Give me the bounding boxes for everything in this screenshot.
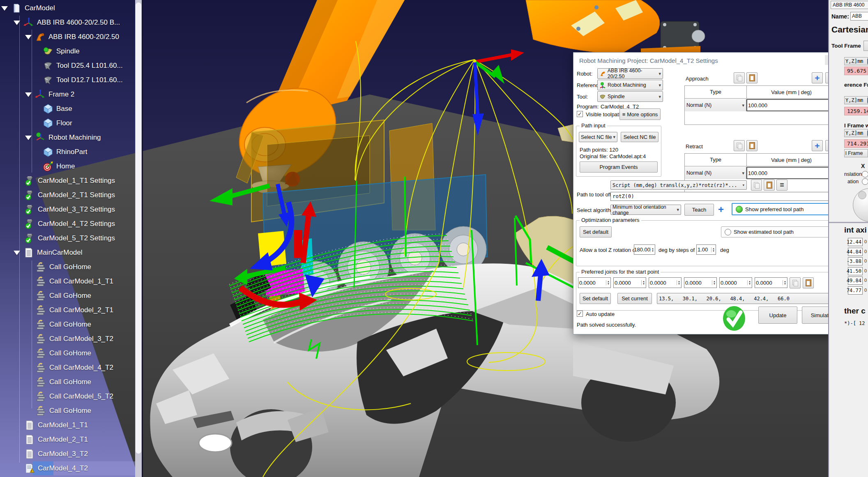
- tree-item[interactable]: Call CarModel_3_T2: [36, 332, 113, 346]
- tree-item[interactable]: MainCarModel: [14, 246, 83, 260]
- tree-item[interactable]: Call GoHome: [36, 375, 91, 389]
- show-preferred-button[interactable]: Show preferred tool path: [732, 203, 836, 215]
- tree-item[interactable]: CarModel: [1, 1, 55, 15]
- expander-icon[interactable]: [1, 6, 8, 11]
- algorithm-combo[interactable]: Minimum tool orientation change▾: [610, 205, 681, 215]
- tool-frame-combo[interactable]: [863, 41, 868, 51]
- tree-item[interactable]: Call GoHome: [36, 260, 91, 274]
- tree-item[interactable]: RhinoPart: [43, 145, 87, 159]
- tree-item[interactable]: Call CarModel_5_T2: [36, 389, 113, 403]
- preferred-joint-spin[interactable]: 0.0000▲▼: [755, 277, 787, 288]
- robot-combo[interactable]: ABB IRB 4600-20/2.50▾: [597, 68, 663, 79]
- joints-set-default-button[interactable]: Set default: [580, 293, 611, 304]
- rotation-radio[interactable]: [862, 178, 868, 185]
- joint-value-box[interactable]: 12.44: [848, 238, 863, 246]
- tree-item[interactable]: Floor: [43, 116, 72, 130]
- tree-item[interactable]: ABB IRB 4600-20/2.50 B...: [14, 16, 120, 30]
- xyz-header-chip[interactable]: Y,Z]mm |: [844, 129, 868, 137]
- tree-item[interactable]: Robot Machining: [25, 131, 101, 145]
- more-options-button[interactable]: ≡More options: [619, 108, 661, 120]
- program-events-button[interactable]: Program Events: [580, 161, 658, 173]
- tree-item[interactable]: CarModel_3_T2 Settings: [24, 203, 115, 217]
- visible-toolpath-checkbox[interactable]: ✓: [577, 111, 583, 117]
- retract-copy-button[interactable]: [734, 140, 745, 151]
- offset-paste-button[interactable]: [764, 180, 775, 191]
- retract-type-combo[interactable]: Normal (N)▾: [685, 167, 746, 179]
- joint-slider[interactable]: 0 -: [864, 258, 868, 263]
- select-nc-file-button[interactable]: Select NC file: [621, 132, 658, 142]
- tool-frame-button[interactable]: l Frame: [844, 149, 868, 157]
- tree-scrollbar-thumb[interactable]: [136, 2, 141, 454]
- approach-value-spin[interactable]: 100.000▲▼: [746, 99, 836, 111]
- retract-value-spin[interactable]: 100.000▲▼: [746, 167, 836, 179]
- tree-item[interactable]: Call GoHome: [36, 318, 91, 332]
- tree-item[interactable]: Call CarModel_1_T1: [36, 274, 113, 288]
- tree-item[interactable]: Tool D25.4 L101.60...: [43, 59, 123, 73]
- auto-update-checkbox[interactable]: ✓: [577, 311, 583, 317]
- current-joints-combo[interactable]: 13.5, 30.1, 20.6, 48.4, 42.4, 66.0▾: [657, 293, 838, 304]
- tree-item[interactable]: CarModel_1_T1: [24, 418, 88, 432]
- tool-combo[interactable]: Spindle▾: [597, 91, 663, 102]
- joint-value-box[interactable]: 44.84: [848, 248, 863, 256]
- tree-item[interactable]: CarModel_3_T2: [24, 447, 88, 461]
- joint-slider[interactable]: 0 -: [864, 239, 868, 244]
- expander-icon[interactable]: [25, 136, 32, 140]
- update-button[interactable]: Update: [758, 306, 797, 324]
- joint-value-box[interactable]: 74.77: [848, 286, 863, 295]
- approach-copy-button[interactable]: [734, 72, 745, 83]
- offset-input[interactable]: rotZ(0): [610, 192, 836, 201]
- xyz-header-chip[interactable]: Y,Z]mm |: [844, 96, 868, 104]
- preferred-joint-spin[interactable]: 0.0000▲▼: [578, 277, 611, 288]
- expander-icon[interactable]: [14, 251, 20, 255]
- tree-item[interactable]: CarModel_2_T1 Settings: [24, 188, 115, 202]
- tree-item[interactable]: CarModel_4_T2 Settings: [24, 217, 115, 231]
- reference-combo[interactable]: Robot Machining▾: [597, 80, 663, 90]
- tree-item[interactable]: CarModel_5_T2 Settings: [24, 231, 115, 245]
- teach-button[interactable]: Teach: [684, 204, 714, 216]
- preferred-joint-spin[interactable]: 0.0000▲▼: [613, 277, 646, 288]
- show-estimated-button[interactable]: Show estimated tool path: [721, 226, 838, 237]
- tree-item[interactable]: Home: [43, 159, 75, 173]
- approach-type-combo[interactable]: Normal (N)▾: [685, 99, 746, 111]
- pose-value-2[interactable]: 1259.142: [844, 107, 868, 115]
- robot-panel-tab[interactable]: ABB IRB 4600: [831, 1, 868, 9]
- tree-item[interactable]: Call GoHome: [36, 404, 91, 418]
- expander-icon[interactable]: [25, 35, 32, 39]
- nc-file-combo[interactable]: Select NC file▾: [579, 132, 617, 142]
- joint-value-box[interactable]: 49.84: [848, 277, 863, 285]
- preferred-joint-spin[interactable]: 0.0000▲▼: [719, 277, 752, 288]
- tree-item[interactable]: Spindle: [43, 44, 80, 58]
- approach-add-button[interactable]: +: [812, 72, 823, 83]
- joint-slider[interactable]: 0 -: [864, 278, 868, 283]
- tree-item[interactable]: Base: [43, 102, 72, 116]
- joint-slider[interactable]: 0 -: [864, 249, 868, 254]
- joint-value-box[interactable]: 41.50: [848, 267, 863, 275]
- tree-item[interactable]: CarModel_2_T1: [24, 433, 88, 447]
- joint-slider[interactable]: 0 -: [864, 268, 868, 273]
- optimization-set-default-button[interactable]: Set default: [580, 226, 612, 237]
- jog-trackball[interactable]: [853, 188, 868, 222]
- set-current-button[interactable]: Set current: [617, 293, 652, 304]
- joints-copy-button[interactable]: [790, 277, 801, 288]
- tree-item[interactable]: Call CarModel_4_T2: [36, 361, 113, 375]
- joint-value-box[interactable]: -3.88: [848, 257, 863, 265]
- tree-item[interactable]: Call GoHome: [36, 346, 91, 360]
- tree-item[interactable]: CarModel_1_T1 Settings: [24, 174, 115, 188]
- tree-item[interactable]: Frame 2: [25, 88, 74, 101]
- retract-paste-button[interactable]: [746, 140, 757, 151]
- tree-item[interactable]: Tool D12.7 L101.60...: [43, 73, 123, 87]
- preferred-joint-spin[interactable]: 0.0000▲▼: [649, 277, 682, 288]
- offset-combo[interactable]: Script (mm,deg) transl(x,y,z)*rotz(rz)*.…: [610, 180, 747, 190]
- tree-item[interactable]: !CarModel_4_T2: [24, 461, 88, 475]
- pose-value-1[interactable]: 95.675: [844, 67, 868, 75]
- add-algorithm-button[interactable]: +: [718, 204, 724, 215]
- pose-value-3[interactable]: 714.291: [844, 139, 868, 148]
- expander-icon[interactable]: [14, 21, 20, 25]
- expander-icon[interactable]: [25, 92, 32, 97]
- tree-item[interactable]: Call CarModel_2_T1: [36, 303, 113, 317]
- xyz-header-chip[interactable]: Y,Z]mm |: [844, 57, 868, 65]
- rotation-spin[interactable]: 180.00▲▼: [634, 244, 655, 255]
- steps-spin[interactable]: 1.00▲▼: [696, 244, 716, 255]
- tree-item[interactable]: Call GoHome: [36, 289, 91, 303]
- retract-add-button[interactable]: +: [812, 140, 823, 151]
